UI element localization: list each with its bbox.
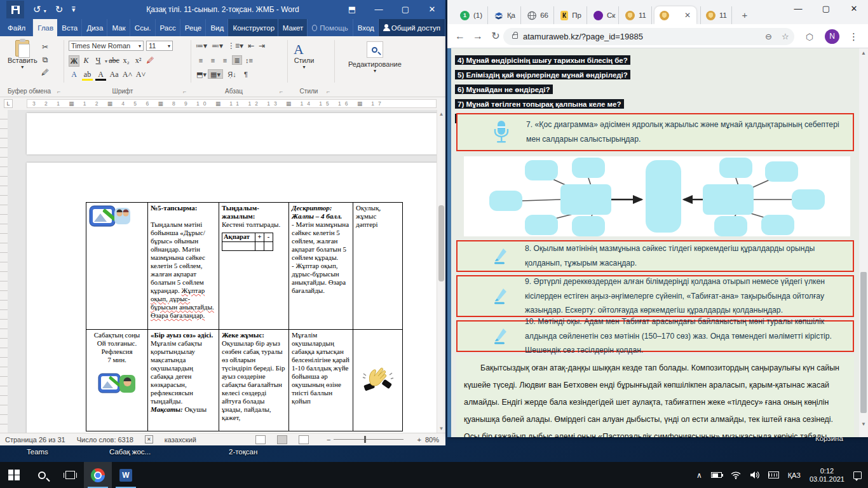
highlight-color-button[interactable]: ab (82, 69, 93, 81)
web-layout-button[interactable] (299, 435, 309, 444)
hidden-icons-chevron[interactable]: ∧ (696, 471, 702, 480)
font-size-select[interactable]: 11▾ (146, 41, 173, 51)
format-painter-icon[interactable]: 🖉 (39, 67, 51, 78)
cut-icon[interactable]: ✂ (39, 41, 51, 53)
editing-button[interactable]: Редактирование▾ (348, 41, 402, 74)
align-right-button[interactable]: ≡ (220, 55, 230, 65)
taskbar-chrome-button[interactable] (84, 462, 112, 488)
scroll-up-icon[interactable]: ▲ (437, 110, 445, 117)
browser-tab-active[interactable]: ✕ (654, 6, 696, 24)
ribbon-display-options-button[interactable]: ⬒ (339, 0, 365, 19)
bookmark-star-icon[interactable]: ☆ (782, 32, 789, 41)
tab-references[interactable]: Ссы. (130, 19, 156, 36)
tab-mailings[interactable]: Расс (156, 19, 180, 36)
font-color-button[interactable]: А (95, 69, 106, 81)
zoom-out-page-icon[interactable]: ⊖ (765, 32, 772, 41)
subscript-button[interactable]: x₂ (121, 55, 132, 67)
bold-button[interactable]: Ж (69, 55, 79, 67)
copy-icon[interactable]: ⧉ (39, 54, 51, 65)
desktop-icon-label-term2[interactable]: 2-тоқсан (229, 448, 257, 456)
chrome-page-scrollbar[interactable]: ▲ ▼ (859, 48, 868, 437)
align-center-button[interactable]: ≡ (208, 55, 218, 65)
scroll-down-icon[interactable]: ▼ (437, 426, 445, 431)
browser-tab-1[interactable]: 1 (1) (455, 6, 488, 24)
word-scrollbar-thumb[interactable] (438, 205, 444, 281)
print-layout-button[interactable] (277, 435, 287, 444)
styles-button[interactable]: A𝅾 Стили▾ (294, 43, 315, 70)
profile-avatar[interactable]: N (825, 29, 839, 44)
line-spacing-button[interactable]: ↕≡ (244, 55, 254, 65)
strikethrough-button[interactable]: abc (109, 55, 119, 67)
paste-button[interactable]: Вставить▾ (8, 40, 37, 70)
tab-home[interactable]: Глав (33, 19, 57, 36)
decrease-indent-icon[interactable]: ⇤ (248, 41, 254, 50)
grow-font-icon[interactable]: A˄ (122, 69, 133, 81)
tab-view[interactable]: Вид (206, 19, 228, 36)
justify-button[interactable]: ≣ (232, 55, 242, 65)
borders-button[interactable]: ▦▾ (208, 69, 223, 79)
italic-button[interactable]: К (81, 55, 92, 67)
clock[interactable]: 0:12 03.01.2021 (810, 467, 844, 484)
multilevel-list-button[interactable]: ⋮≡▾ (227, 41, 243, 50)
language-switcher[interactable]: ҚАЗ (788, 471, 801, 479)
tab-insert[interactable]: Вста (57, 19, 82, 36)
back-button[interactable]: ← (451, 30, 469, 42)
word-minimize-button[interactable]: — (365, 0, 392, 19)
desktop-icon-label-lessonplan[interactable]: Сабақ жос... (109, 448, 151, 456)
address-bar[interactable]: atamuraweb.kz/?page_id=19885 ⊖ ☆ (503, 28, 794, 45)
horizontal-ruler[interactable]: L 3 2 1 ▦ 1 2 ▦ 4 5 6 ▦ 8 9 10 ▦ 11 12 1… (0, 97, 445, 110)
lesson-plan-table[interactable]: №5-тапсырма: Тыңдалым мәтіні бойынша «Дұ… (86, 202, 402, 431)
tab-review[interactable]: Реце (180, 19, 207, 36)
font-name-select[interactable]: Times New Roman▾ (69, 41, 144, 51)
browser-menu-icon[interactable]: ⋮ (849, 31, 858, 43)
url-text[interactable]: atamuraweb.kz/?page_id=19885 (523, 32, 643, 41)
new-tab-button[interactable]: + (737, 8, 752, 23)
share-button[interactable]: Общий доступ (379, 19, 445, 36)
zoom-slider-thumb[interactable] (364, 436, 366, 443)
tab-help[interactable]: Помощь (308, 19, 353, 36)
zoom-slider[interactable] (334, 439, 403, 440)
browser-tab-4[interactable]: К Пр (555, 6, 587, 24)
wifi-icon[interactable] (731, 471, 741, 479)
tab-file[interactable]: Файл (0, 19, 33, 36)
change-case-button[interactable]: Aa (109, 69, 119, 81)
browser-tab-2[interactable]: Қа (489, 6, 521, 24)
proofing-icon[interactable]: ✕ (145, 435, 153, 444)
sign-in-button[interactable]: Вход (353, 19, 379, 36)
increase-indent-icon[interactable]: ⇥ (259, 41, 265, 50)
battery-icon[interactable] (711, 472, 722, 478)
chrome-maximize-button[interactable]: ▢ (812, 0, 840, 18)
zoom-out-button[interactable]: − (327, 436, 330, 444)
document-canvas[interactable]: №5-тапсырма: Тыңдалым мәтіні бойынша «Дұ… (0, 110, 437, 433)
page-indicator[interactable]: Страница 26 из 31 (5, 436, 65, 444)
tab-design[interactable]: Диза (82, 19, 107, 36)
browser-tab-8[interactable]: 11 (700, 6, 732, 24)
desktop-icon-label-teams[interactable]: Teams (27, 448, 48, 456)
browser-tab-3[interactable]: 66 (522, 6, 554, 24)
browser-tab-5[interactable]: Ск (588, 6, 619, 24)
word-vertical-scrollbar[interactable]: ▲ ▼ (437, 110, 445, 433)
show-formatting-button[interactable]: ¶ (241, 69, 251, 79)
clipboard-dialog-launcher[interactable]: ⌐ (57, 88, 60, 95)
sort-button[interactable]: Я̣↓ (225, 69, 239, 79)
page-scroll-up-icon[interactable]: ▲ (859, 48, 868, 56)
extensions-puzzle-icon[interactable]: ⬡ (806, 32, 813, 42)
tab-table-design[interactable]: Конструктор (228, 19, 278, 36)
taskbar-word-button[interactable]: W (112, 462, 140, 488)
task-view-button[interactable] (56, 462, 84, 488)
tab-layout-short[interactable]: Мак (107, 19, 130, 36)
forward-button[interactable]: → (469, 30, 487, 42)
bullet-list-button[interactable]: ≔▾ (196, 41, 207, 50)
page-scroll-down-icon[interactable]: ▼ (859, 421, 868, 427)
superscript-button[interactable]: x² (133, 55, 144, 67)
word-count[interactable]: Число слов: 6318 (77, 436, 133, 444)
chrome-close-button[interactable]: ✕ (840, 0, 868, 18)
browser-tab-6[interactable]: 11 (620, 6, 652, 24)
read-mode-button[interactable] (255, 435, 266, 444)
zoom-in-button[interactable]: + (417, 436, 421, 444)
tab-table-layout[interactable]: Макет (278, 19, 308, 36)
start-button[interactable] (0, 462, 28, 488)
clear-formatting-icon[interactable]: 🖉 (145, 55, 156, 67)
shrink-font-icon[interactable]: A˅ (135, 69, 146, 81)
close-tab-icon[interactable]: ✕ (684, 11, 691, 20)
